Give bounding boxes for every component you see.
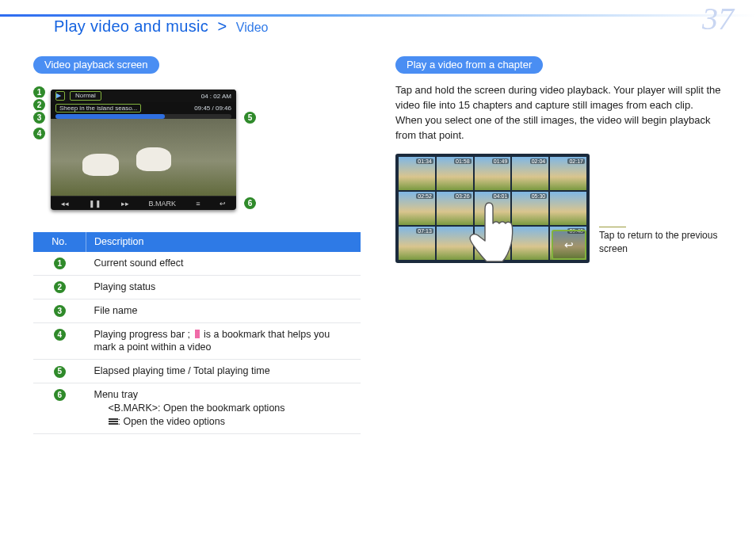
bookmark-glyph-icon xyxy=(195,330,200,338)
playback-screenshot: 1 2 3 4 5 6 ▶ Normal 04 : 02 AM Sheep i xyxy=(33,86,255,221)
chapter-thumb: 01:58 xyxy=(437,157,473,190)
chapter-thumb: 02:17 xyxy=(550,157,586,190)
chapter-thumb: 00:19 xyxy=(475,227,511,260)
table-row: 4 Playing progress bar ; is a bookmark t… xyxy=(33,322,361,360)
hamburger-icon xyxy=(109,418,118,425)
header-band xyxy=(0,14,756,17)
chapter-thumb xyxy=(512,227,548,260)
table-row: 5 Elapsed playing time / Total playing t… xyxy=(33,360,361,383)
chapter-thumb: 04:01 xyxy=(475,192,511,225)
next-icon: ▸▸ xyxy=(121,200,129,208)
callout-marker-6: 6 xyxy=(244,197,256,209)
back-icon: ↩ xyxy=(220,200,226,208)
player-topbar: ▶ Normal 04 : 02 AM xyxy=(51,90,236,102)
table-cell: Playing progress bar ; is a bookmark tha… xyxy=(86,322,361,360)
callout-marker-4: 4 xyxy=(33,128,45,139)
chapter-grid-screenshot: 01:34 01:58 01:49 02:04 02:17 02:52 03:2… xyxy=(395,154,590,263)
play-icon: ▶ xyxy=(55,91,65,101)
file-name-label: Sheep in the island seaso... xyxy=(55,104,141,113)
table-cell: Menu tray <B.MARK>: Open the bookmark op… xyxy=(86,383,361,434)
menu-tray: ◂◂ ❚❚ ▸▸ B.MARK ≡ ↩ xyxy=(51,196,236,210)
menu-icon: ≡ xyxy=(196,200,200,208)
callout-table: No. Description 1 Current sound effect 2… xyxy=(33,232,361,434)
table-head-no: No. xyxy=(33,232,86,252)
section-pill-chapter: Play a video from a chapter xyxy=(395,56,543,74)
table-row: 3 File name xyxy=(33,299,361,322)
pause-icon: ❚❚ xyxy=(89,200,101,208)
chevron-right-icon: > xyxy=(213,17,232,35)
chapter-thumb: 01:49 xyxy=(475,157,511,190)
callout-marker-5: 5 xyxy=(244,112,256,124)
table-row: 6 Menu tray <B.MARK>: Open the bookmark … xyxy=(33,383,361,434)
chapter-thumb xyxy=(437,227,473,260)
table-row: 2 Playing status xyxy=(33,275,361,299)
return-callout: Tap to return to the previous screen xyxy=(599,154,723,254)
callout-marker-2: 2 xyxy=(33,99,45,111)
chapter-thumb: 07:13 xyxy=(399,227,435,260)
chapter-thumb: 01:34 xyxy=(399,157,435,190)
chapter-thumb: 03:26 xyxy=(437,192,473,225)
table-cell: Playing status xyxy=(86,275,361,299)
callout-marker-3: 3 xyxy=(33,112,45,124)
breadcrumb: Play video and music > Video xyxy=(54,17,723,36)
section-pill-playback: Video playback screen xyxy=(33,56,159,74)
clock-label: 04 : 02 AM xyxy=(201,93,231,100)
breadcrumb-main: Play video and music xyxy=(54,17,208,35)
breadcrumb-sub: Video xyxy=(236,21,269,34)
table-row: 1 Current sound effect xyxy=(33,252,361,275)
callout-marker-1: 1 xyxy=(33,86,45,98)
chapter-thumb: 02:04 xyxy=(512,157,548,190)
chapter-thumb: 05:30 xyxy=(512,192,548,225)
table-head-desc: Description xyxy=(86,232,361,252)
return-button-highlight: ↩ xyxy=(552,230,586,260)
table-cell: File name xyxy=(86,299,361,322)
table-cell: Elapsed playing time / Total playing tim… xyxy=(86,360,361,383)
bmark-label: B.MARK xyxy=(149,200,177,208)
table-cell: Current sound effect xyxy=(86,252,361,275)
chapter-thumb: 02:52 xyxy=(399,192,435,225)
chapter-paragraph: Tap and hold the screen during video pla… xyxy=(395,83,723,143)
sound-mode-label: Normal xyxy=(70,91,101,101)
video-frame-image xyxy=(51,119,236,196)
previous-icon: ◂◂ xyxy=(61,200,69,208)
time-label: 09:45 / 09:46 xyxy=(194,105,231,112)
chapter-thumb xyxy=(550,192,586,225)
